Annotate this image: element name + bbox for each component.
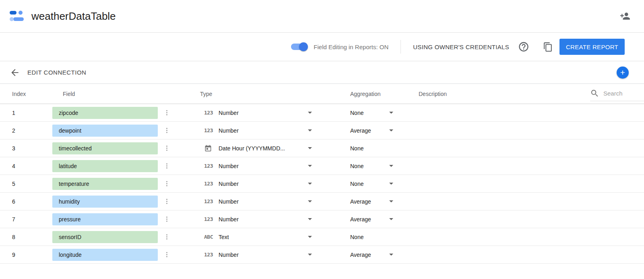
description-cell[interactable] [419,157,644,175]
field-overflow-menu-icon[interactable] [162,179,171,189]
type-cell: 123Number [200,110,336,116]
field-cell: sensorID [52,231,200,243]
field-name-chip[interactable]: temperature [52,178,158,190]
field-name-chip[interactable]: pressure [52,213,158,225]
description-cell[interactable] [419,104,644,121]
top-bar: weatherDataTable [0,0,644,33]
field-editing-toggle[interactable] [291,44,307,50]
row-index: 5 [0,181,52,187]
help-icon[interactable] [518,41,529,52]
description-cell[interactable] [419,175,644,192]
type-select[interactable]: ABCText [200,234,312,240]
copy-icon[interactable] [543,42,553,52]
aggregation-select[interactable]: None [336,181,393,187]
aggregation-cell: Average [336,216,419,223]
type-cell: 123Number [200,198,336,205]
toolbar: Field Editing in Reports: ON USING OWNER… [0,33,644,61]
aggregation-value: None [336,234,393,240]
field-name-chip[interactable]: sensorID [52,231,158,243]
search-icon[interactable] [590,89,599,98]
aggregation-select[interactable]: None [336,110,393,116]
chevron-down-icon [308,147,312,149]
type-select[interactable]: 123Number [200,163,312,169]
field-overflow-menu-icon[interactable] [162,232,171,242]
description-cell[interactable] [419,193,644,210]
calendar-type-icon [200,144,219,152]
row-index: 1 [0,110,52,116]
field-name-chip[interactable]: timecollected [52,142,158,154]
aggregation-cell: None [336,163,419,169]
row-index: 2 [0,127,52,134]
field-name-chip[interactable]: dewpoint [52,125,158,137]
description-cell[interactable] [419,140,644,157]
chevron-down-icon [389,218,393,220]
table-row: 6humidity123NumberAverage [0,193,644,210]
type-select[interactable]: 123Number [200,127,312,134]
table-row: 4latitude123NumberNone [0,157,644,175]
number-type-icon: 123 [200,127,219,133]
chevron-down-icon [308,183,312,185]
type-select[interactable]: 123Number [200,198,312,205]
table-row: 2dewpoint123NumberAverage [0,122,644,140]
back-arrow-icon[interactable] [10,67,20,78]
table-row: 1zipcode123NumberNone [0,104,644,122]
field-name-chip[interactable]: longitude [52,249,158,261]
create-report-button[interactable]: CREATE REPORT [559,39,625,55]
field-overflow-menu-icon[interactable] [162,214,171,224]
field-overflow-menu-icon[interactable] [162,144,171,153]
edit-connection-label[interactable]: EDIT CONNECTION [27,69,86,76]
field-overflow-menu-icon[interactable] [162,250,171,260]
description-cell[interactable] [419,210,644,228]
field-cell: temperature [52,178,200,190]
search-input[interactable] [603,90,638,97]
aggregation-cell: Average [336,198,419,205]
credentials-label: USING OWNER'S CREDENTIALS [413,44,509,50]
type-select[interactable]: Date Hour (YYYYMMDD... [200,144,312,152]
aggregation-select[interactable]: Average [336,198,393,205]
row-index: 8 [0,234,52,240]
chevron-down-icon [389,200,393,202]
column-header-type: Type [200,91,336,97]
field-overflow-menu-icon[interactable] [162,126,171,135]
aggregation-cell: None [336,110,419,116]
field-cell: longitude [52,249,200,261]
aggregation-select[interactable]: None [336,163,393,169]
number-type-icon: 123 [200,216,219,222]
table-row: 5temperature123NumberNone [0,175,644,193]
table-header: Index Field Type Aggregation Description [0,84,644,104]
field-name-chip[interactable]: latitude [52,160,158,172]
chevron-down-icon [308,254,312,256]
field-overflow-menu-icon[interactable] [162,161,171,171]
aggregation-cell: None [336,145,419,152]
chevron-down-icon [308,129,312,131]
field-name-chip[interactable]: zipcode [52,107,158,119]
description-cell[interactable] [419,122,644,139]
add-person-share-icon[interactable] [620,11,630,21]
app-logo-icon [10,10,24,23]
number-type-icon: 123 [200,110,219,116]
chevron-down-icon [389,112,393,114]
description-cell[interactable] [419,246,644,263]
table-row: 9longitude123NumberAverage [0,246,644,264]
field-name-chip[interactable]: humidity [52,196,158,208]
field-cell: humidity [52,196,200,208]
chevron-down-icon [389,183,393,185]
text-type-icon: ABC [200,234,219,240]
aggregation-select[interactable]: Average [336,127,393,134]
type-select[interactable]: 123Number [200,216,312,223]
aggregation-cell: None [336,181,419,187]
type-select[interactable]: 123Number [200,252,312,258]
field-cell: pressure [52,213,200,225]
type-select[interactable]: 123Number [200,181,312,187]
aggregation-select[interactable]: Average [336,252,393,258]
aggregation-cell: Average [336,252,419,258]
chevron-down-icon [308,112,312,114]
description-cell[interactable] [419,228,644,246]
add-field-button[interactable]: + [617,67,629,79]
field-cell: dewpoint [52,125,200,137]
field-overflow-menu-icon[interactable] [162,197,171,206]
field-overflow-menu-icon[interactable] [162,108,171,118]
type-select[interactable]: 123Number [200,110,312,116]
aggregation-select[interactable]: Average [336,216,393,223]
table-body: 1zipcode123NumberNone2dewpoint123NumberA… [0,104,644,264]
